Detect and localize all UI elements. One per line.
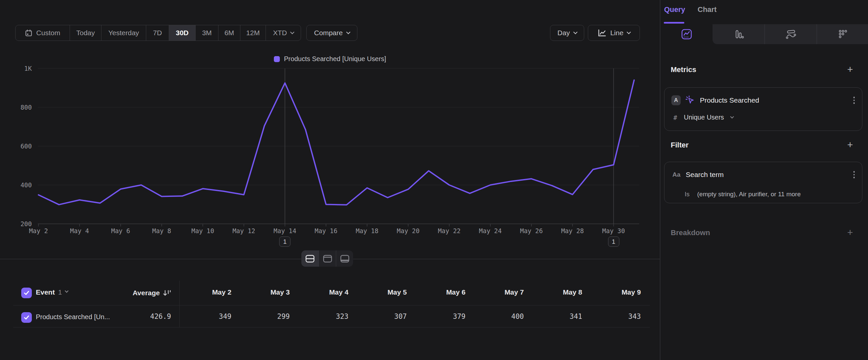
add-metric-button[interactable]: + [843, 64, 857, 74]
range-label: 6M [224, 29, 234, 37]
layout-table-only-button[interactable] [336, 250, 353, 267]
add-breakdown-button[interactable]: + [843, 227, 857, 238]
event-count: 1 [58, 288, 62, 296]
range-label: 7D [153, 29, 162, 37]
x-axis-label: May 2 [29, 227, 48, 234]
x-axis-label: May 4 [70, 227, 89, 234]
granularity-button[interactable]: Day [550, 25, 584, 41]
flows-icon [785, 29, 797, 40]
range-7d[interactable]: 7D [146, 25, 169, 40]
measure-selector[interactable]: Unique Users [684, 114, 724, 121]
range-30d[interactable]: 30D [169, 25, 195, 40]
range-12m[interactable]: 12M [240, 25, 266, 40]
date-column-header[interactable]: May 3 [234, 288, 290, 296]
x-axis-label: May 12 [232, 227, 255, 234]
filter-card[interactable]: Aa Search term Is (empty string), Air pu… [664, 162, 862, 203]
table-cell-value: 349 [175, 312, 231, 321]
range-label: 3M [202, 29, 212, 37]
range-label: Yesterday [108, 29, 139, 37]
table-header-divider [13, 305, 650, 306]
range-today[interactable]: Today [70, 25, 101, 40]
filter-value[interactable]: (empty string), Air purifier, or 11 more [697, 191, 801, 198]
filter-operator[interactable]: Is [685, 191, 690, 198]
range-label: XTD [273, 29, 287, 37]
average-column-header[interactable]: Average [93, 287, 171, 299]
check-icon [23, 289, 30, 296]
calendar-icon [25, 29, 32, 37]
retention-dots-icon [837, 29, 848, 40]
select-all-checkbox[interactable] [21, 287, 32, 298]
average-label: Average [133, 289, 160, 297]
breakdown-heading: Breakdown [671, 228, 710, 237]
date-range-selector[interactable]: CustomTodayYesterday7D30D3M6M12MXTD [15, 25, 301, 41]
chart-type-button[interactable]: Line [588, 25, 640, 41]
x-axis-label: May 18 [356, 227, 379, 234]
range-custom[interactable]: Custom [16, 25, 70, 40]
event-label: Event [36, 288, 55, 296]
main-panel: CustomTodayYesterday7D30D3M6M12MXTD Comp… [0, 0, 660, 360]
line-chart: 1K800600400200May 2May 4May 6May 8May 10… [0, 47, 660, 252]
tab-chart[interactable]: Chart [698, 5, 716, 14]
y-axis-label: 200 [21, 220, 32, 227]
filter-menu-button[interactable] [854, 171, 855, 178]
insights-report: CustomTodayYesterday7D30D3M6M12MXTD Comp… [0, 0, 868, 360]
filter-heading: Filter [671, 141, 689, 149]
date-column-header[interactable]: May 5 [350, 288, 407, 296]
table-cell-value: 379 [409, 312, 465, 321]
x-axis-label: May 28 [561, 227, 584, 234]
range-yesterday[interactable]: Yesterday [101, 25, 146, 40]
range-6m[interactable]: 6M [218, 25, 240, 40]
compare-button[interactable]: Compare [306, 25, 358, 41]
range-label: Custom [36, 29, 60, 37]
table-cell-value: 299 [234, 312, 290, 321]
date-column-header[interactable]: May 9 [585, 288, 641, 296]
date-column-header[interactable]: May 7 [467, 288, 524, 296]
annotation-badge[interactable]: 1 [608, 237, 619, 247]
tab-retention-chart[interactable] [816, 24, 868, 44]
tab-insights-chart[interactable] [660, 24, 713, 44]
range-label: 30D [176, 29, 189, 37]
insights-line-icon [681, 29, 692, 40]
tab-query[interactable]: Query [664, 5, 685, 14]
table-cell-value: 323 [292, 312, 348, 321]
chevron-down-icon [627, 30, 631, 34]
split-view-icon [305, 254, 315, 263]
x-axis-label: May 22 [438, 227, 461, 234]
annotation-badge[interactable]: 1 [279, 237, 290, 247]
layout-chart-only-button[interactable] [319, 250, 336, 267]
table-cell-value: 343 [585, 312, 641, 321]
query-sidebar: Query Chart [660, 0, 868, 360]
date-column-header[interactable]: May 6 [409, 288, 465, 296]
x-axis-label: May 10 [191, 227, 214, 234]
event-column-header[interactable]: Event 1 [36, 288, 68, 296]
x-axis-label: May 26 [520, 227, 543, 234]
row-checkbox[interactable] [21, 312, 32, 323]
metric-menu-button[interactable] [854, 96, 855, 104]
metrics-heading: Metrics [671, 65, 696, 74]
add-filter-button[interactable]: + [843, 140, 857, 150]
metric-name: Products Searched [700, 96, 759, 104]
tab-bar-chart[interactable] [713, 24, 765, 44]
date-column-header[interactable]: May 8 [526, 288, 582, 296]
table-row-average: 426.9 [93, 312, 171, 321]
string-property-icon: Aa [672, 171, 680, 178]
sort-icon [163, 289, 171, 297]
range-3m[interactable]: 3M [195, 25, 218, 40]
table-cell-value: 307 [350, 312, 407, 321]
date-column-header[interactable]: May 4 [292, 288, 348, 296]
table-cell-value: 400 [467, 312, 524, 321]
range-xtd[interactable]: XTD [266, 25, 301, 40]
x-axis-label: May 24 [479, 227, 502, 234]
chevron-down-icon [290, 30, 294, 34]
metric-card[interactable]: A Products Searched # Unique Users [664, 87, 862, 131]
active-tab-underline [664, 22, 684, 24]
date-column-header[interactable]: May 2 [175, 288, 231, 296]
compare-label: Compare [314, 29, 342, 37]
y-axis-label: 1K [24, 65, 32, 72]
tab-flows-chart[interactable] [765, 24, 816, 44]
layout-split-button[interactable] [301, 250, 319, 267]
chart-type-label: Line [610, 29, 624, 37]
chevron-down-icon [65, 289, 68, 293]
measure-type-icon: # [673, 114, 677, 121]
chevron-down-icon [573, 30, 578, 34]
